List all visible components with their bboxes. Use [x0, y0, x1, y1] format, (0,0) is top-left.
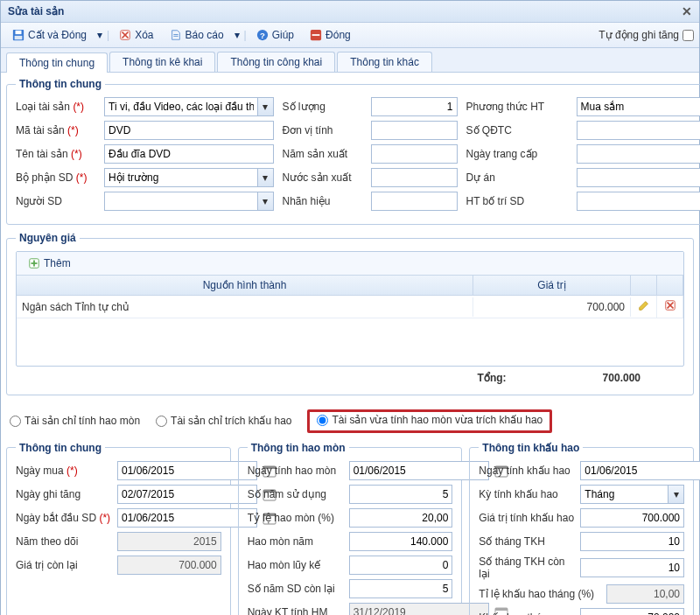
hm-years-left-input[interactable]	[349, 579, 453, 598]
mfg-year-label: Năm sản xuất	[283, 148, 366, 160]
svg-rect-7	[173, 36, 178, 37]
row-delete-icon	[664, 299, 676, 311]
project-combo[interactable]: ▾	[577, 168, 701, 187]
user-caret[interactable]: ▾	[257, 192, 273, 210]
unit-input[interactable]	[371, 121, 458, 140]
buy-date-input[interactable]	[117, 461, 257, 480]
country-input[interactable]	[371, 168, 458, 187]
equip-date-input[interactable]	[577, 144, 701, 164]
hm-acc-input[interactable]	[349, 556, 453, 575]
radio-highlight-box: Tài sản vừa tính hao mòn vừa trích khấu …	[307, 409, 552, 433]
hm-date-input[interactable]	[349, 461, 489, 480]
save-dropdown-caret[interactable]: ▾	[96, 31, 103, 39]
radio-both[interactable]: Tài sản vừa tính hao mòn vừa trích khấu …	[317, 414, 542, 426]
save-close-button[interactable]: Cất và Đóng	[6, 26, 93, 44]
help-icon: ?	[256, 29, 269, 41]
window-close-button[interactable]: ✕	[682, 4, 692, 18]
brand-label: Nhãn hiệu	[283, 195, 366, 207]
layout-label: HT bố trí SD	[466, 195, 571, 207]
auto-inc-label: Tự động ghi tăng	[598, 29, 679, 41]
cost-legend: Nguyên giá	[16, 232, 80, 244]
layout-combo[interactable]: ▾	[577, 192, 701, 211]
tab-public[interactable]: Thông tin công khai	[217, 52, 335, 72]
kh-period-combo[interactable]: ▾	[580, 485, 684, 504]
svg-text:?: ?	[260, 31, 265, 40]
dept-caret[interactable]: ▾	[257, 169, 273, 186]
report-button[interactable]: Báo cáo	[164, 26, 230, 44]
hm-years-input[interactable]	[349, 485, 453, 504]
kh-date-input[interactable]	[580, 461, 700, 480]
row-edit-button[interactable]	[631, 296, 657, 318]
dept-combo[interactable]: ▾	[104, 168, 274, 187]
report-label: Báo cáo	[186, 29, 224, 41]
cost-section: Nguyên giá Thêm Nguồn hình thành Giá trị	[6, 232, 694, 395]
brand-input[interactable]	[371, 192, 458, 211]
delete-button[interactable]: Xóa	[113, 26, 159, 44]
hm-date-label: Ngày tính hao mòn	[248, 465, 344, 477]
kh-months-label: Số tháng TKH	[479, 535, 575, 548]
grid-add-label: Thêm	[44, 257, 71, 269]
asset-type-input[interactable]	[105, 98, 257, 115]
general-section: Thông tin chung Loại tài sản (*) ▾ Mã tà…	[6, 78, 700, 225]
asset-name-input[interactable]	[104, 144, 274, 164]
kh-basis-input[interactable]	[580, 508, 684, 528]
hm-acc-label: Hao mòn lũy kế	[248, 559, 344, 571]
toolbar: Cất và Đóng ▾ | Xóa Báo cáo ▾ | ? Giúp Đ…	[1, 23, 699, 48]
table-row[interactable]: Ngân sách Tỉnh tự chủ 700.000	[17, 296, 683, 318]
tab-other[interactable]: Thông tin khác	[337, 52, 432, 72]
kh-rate-input	[606, 584, 684, 604]
depreciation-mode-radios: Tài sản chỉ tính hao mòn Tài sản chỉ trí…	[6, 402, 694, 442]
svg-rect-2	[15, 36, 23, 39]
asset-name-label: Tên tài sản (*)	[16, 148, 99, 160]
delete-label: Xóa	[135, 29, 153, 41]
close-button[interactable]: Đóng	[304, 26, 357, 44]
kh-months-left-input[interactable]	[580, 558, 684, 577]
radio-khau-hao-only[interactable]: Tài sản chỉ trích khấu hao	[156, 415, 291, 427]
user-input[interactable]	[105, 192, 257, 210]
help-button[interactable]: ? Giúp	[250, 26, 300, 44]
hm-rate-input[interactable]	[349, 508, 453, 528]
grid-add-button[interactable]: Thêm	[22, 255, 77, 272]
remain-input	[117, 556, 221, 575]
kh-months-input[interactable]	[580, 532, 684, 551]
tab-declare[interactable]: Thông tin kê khai	[109, 52, 215, 72]
kh-rate-label: Tỉ lệ khấu hao tháng (%)	[479, 588, 601, 600]
unit-label: Đơn vị tính	[283, 124, 366, 136]
project-label: Dự án	[466, 171, 571, 184]
kh-period-input[interactable]	[581, 486, 668, 503]
col-source-header: Nguồn hình thành	[17, 276, 473, 295]
title-bar: Sửa tài sản ✕	[1, 1, 699, 23]
remain-label: Giá trị còn lại	[16, 559, 112, 571]
kh-legend: Thông tin khấu hao	[479, 442, 583, 454]
kh-month-amt-input[interactable]	[580, 608, 684, 616]
project-input[interactable]	[578, 169, 701, 186]
report-dropdown-caret[interactable]: ▾	[234, 31, 241, 39]
asset-code-input[interactable]	[104, 121, 274, 140]
layout-input[interactable]	[578, 192, 701, 210]
auto-inc-checkbox[interactable]	[682, 30, 694, 41]
asset-type-caret[interactable]: ▾	[257, 98, 273, 115]
add-icon	[28, 257, 40, 269]
start-date-label: Ngày bắt đầu SD (*)	[16, 512, 112, 524]
kh-period-caret[interactable]: ▾	[668, 486, 683, 503]
hm-end-label: Ngày KT tính HM	[248, 606, 344, 616]
window-title: Sửa tài sản	[8, 5, 64, 17]
decision-input[interactable]	[577, 121, 701, 140]
start-date-input[interactable]	[117, 508, 257, 528]
inc-date-input[interactable]	[117, 485, 257, 504]
total-label: Tổng:	[478, 372, 507, 384]
method-input[interactable]	[578, 98, 701, 115]
qty-input[interactable]	[371, 97, 458, 116]
user-combo[interactable]: ▾	[104, 192, 274, 211]
mfg-year-input[interactable]	[371, 144, 458, 164]
asset-type-combo[interactable]: ▾	[104, 97, 274, 116]
tab-strip: Thông tin chung Thông tin kê khai Thông …	[1, 48, 699, 73]
method-combo[interactable]: ▾	[577, 97, 701, 116]
dept-input[interactable]	[105, 169, 257, 186]
radio-hao-mon-only[interactable]: Tài sản chỉ tính hao mòn	[10, 415, 140, 427]
row-delete-button[interactable]	[657, 296, 683, 318]
hm-year-amt-input[interactable]	[349, 532, 453, 551]
hm-end-input	[349, 603, 489, 616]
tab-general[interactable]: Thông tin chung	[6, 52, 108, 73]
report-icon	[170, 29, 182, 41]
